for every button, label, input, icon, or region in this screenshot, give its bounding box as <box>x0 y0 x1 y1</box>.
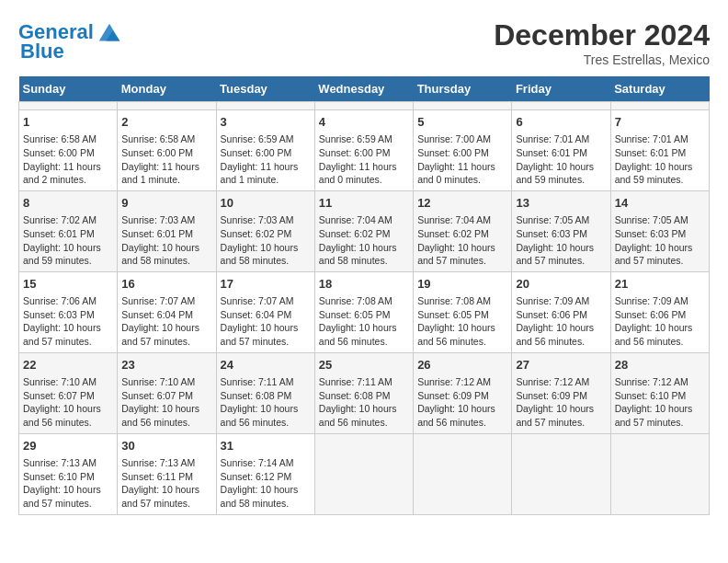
day-number: 17 <box>221 276 311 293</box>
day-info: Sunrise: 7:04 AM <box>319 213 409 227</box>
day-info: Daylight: 11 hours and 1 minute. <box>121 160 211 187</box>
calendar-week-row: 1Sunrise: 6:58 AMSunset: 6:00 PMDaylight… <box>19 110 710 191</box>
day-number: 14 <box>615 195 705 212</box>
calendar-cell: 7Sunrise: 7:01 AMSunset: 6:01 PMDaylight… <box>610 110 709 191</box>
day-info: Daylight: 10 hours and 56 minutes. <box>23 402 113 429</box>
day-info: Sunrise: 6:59 AM <box>319 132 409 146</box>
calendar-header-row: SundayMondayTuesdayWednesdayThursdayFrid… <box>19 76 710 102</box>
day-info: Daylight: 10 hours and 58 minutes. <box>121 241 211 268</box>
day-info: Sunset: 6:10 PM <box>23 470 113 484</box>
day-number: 1 <box>23 114 113 131</box>
calendar-week-row: 29Sunrise: 7:13 AMSunset: 6:10 PMDayligh… <box>19 433 710 514</box>
day-info: Sunrise: 7:05 AM <box>516 213 606 227</box>
day-info: Sunset: 6:12 PM <box>221 470 311 484</box>
logo: General Blue <box>18 18 123 63</box>
calendar-cell: 13Sunrise: 7:05 AMSunset: 6:03 PMDayligh… <box>512 190 610 271</box>
calendar-week-row: 22Sunrise: 7:10 AMSunset: 6:07 PMDayligh… <box>19 352 710 433</box>
day-info: Sunset: 6:00 PM <box>121 146 211 160</box>
day-info: Daylight: 10 hours and 57 minutes. <box>615 241 705 268</box>
day-number: 4 <box>319 114 409 131</box>
day-number: 20 <box>516 276 606 293</box>
day-info: Sunrise: 7:11 AM <box>319 375 409 389</box>
day-info: Daylight: 10 hours and 56 minutes. <box>221 402 311 429</box>
day-info: Sunrise: 7:12 AM <box>516 375 606 389</box>
day-info: Sunrise: 7:07 AM <box>121 294 211 308</box>
calendar-cell: 21Sunrise: 7:09 AMSunset: 6:06 PMDayligh… <box>610 271 709 352</box>
day-number: 11 <box>319 195 409 212</box>
day-info: Daylight: 10 hours and 57 minutes. <box>23 321 113 348</box>
day-info: Daylight: 10 hours and 56 minutes. <box>417 402 507 429</box>
day-info: Sunset: 6:01 PM <box>121 227 211 241</box>
calendar-cell: 8Sunrise: 7:02 AMSunset: 6:01 PMDaylight… <box>19 190 118 271</box>
day-info: Sunset: 6:02 PM <box>221 227 311 241</box>
day-info: Daylight: 10 hours and 57 minutes. <box>516 402 606 429</box>
day-info: Daylight: 10 hours and 57 minutes. <box>121 483 211 510</box>
calendar-header-saturday: Saturday <box>610 76 709 102</box>
day-info: Sunset: 6:09 PM <box>417 389 507 403</box>
calendar-cell <box>414 102 512 110</box>
day-info: Daylight: 10 hours and 56 minutes. <box>319 402 409 429</box>
day-info: Sunset: 6:03 PM <box>516 227 606 241</box>
day-number: 26 <box>417 357 507 373</box>
page-header: General Blue December 2024 Tres Estrella… <box>18 18 710 67</box>
day-info: Sunset: 6:06 PM <box>516 308 606 322</box>
day-info: Daylight: 10 hours and 58 minutes. <box>319 241 409 268</box>
day-info: Sunrise: 7:11 AM <box>221 375 311 389</box>
day-info: Daylight: 11 hours and 1 minute. <box>221 160 311 187</box>
day-info: Sunset: 6:00 PM <box>319 146 409 160</box>
calendar-header-wednesday: Wednesday <box>314 76 413 102</box>
day-number: 13 <box>516 195 606 212</box>
calendar-cell: 12Sunrise: 7:04 AMSunset: 6:02 PMDayligh… <box>414 190 512 271</box>
day-info: Sunset: 6:00 PM <box>417 146 507 160</box>
calendar-cell <box>314 433 413 514</box>
day-info: Sunrise: 7:07 AM <box>221 294 311 308</box>
calendar-cell: 3Sunrise: 6:59 AMSunset: 6:00 PMDaylight… <box>216 110 314 191</box>
day-info: Sunset: 6:11 PM <box>121 470 211 484</box>
calendar-header-tuesday: Tuesday <box>216 76 314 102</box>
day-info: Sunrise: 7:10 AM <box>23 375 113 389</box>
day-info: Daylight: 10 hours and 57 minutes. <box>121 321 211 348</box>
day-info: Sunrise: 6:59 AM <box>221 132 311 146</box>
calendar-cell <box>610 102 709 110</box>
day-info: Sunset: 6:08 PM <box>221 389 311 403</box>
day-info: Daylight: 10 hours and 57 minutes. <box>417 241 507 268</box>
day-number: 9 <box>121 195 211 212</box>
day-info: Daylight: 10 hours and 56 minutes. <box>615 321 705 348</box>
day-info: Daylight: 11 hours and 0 minutes. <box>319 160 409 187</box>
day-info: Sunrise: 7:04 AM <box>417 213 507 227</box>
calendar-cell <box>610 433 709 514</box>
day-info: Sunrise: 7:08 AM <box>417 294 507 308</box>
day-number: 16 <box>121 276 211 293</box>
day-info: Sunrise: 7:05 AM <box>615 213 705 227</box>
day-number: 10 <box>221 195 311 212</box>
day-number: 6 <box>516 114 606 131</box>
calendar-header-sunday: Sunday <box>19 76 118 102</box>
day-info: Sunrise: 7:02 AM <box>23 213 113 227</box>
day-number: 25 <box>319 357 409 373</box>
month-title: December 2024 <box>494 18 710 52</box>
day-number: 2 <box>121 114 211 131</box>
day-info: Sunrise: 7:14 AM <box>221 456 311 470</box>
day-info: Sunset: 6:01 PM <box>516 146 606 160</box>
day-number: 22 <box>23 357 113 373</box>
day-info: Sunset: 6:02 PM <box>319 227 409 241</box>
calendar-week-row: 8Sunrise: 7:02 AMSunset: 6:01 PMDaylight… <box>19 190 710 271</box>
calendar-cell: 17Sunrise: 7:07 AMSunset: 6:04 PMDayligh… <box>216 271 314 352</box>
day-info: Sunrise: 7:12 AM <box>417 375 507 389</box>
calendar-week-row: 15Sunrise: 7:06 AMSunset: 6:03 PMDayligh… <box>19 271 710 352</box>
day-info: Sunrise: 7:03 AM <box>221 213 311 227</box>
day-info: Daylight: 10 hours and 57 minutes. <box>23 483 113 510</box>
day-info: Sunrise: 7:09 AM <box>516 294 606 308</box>
calendar-cell: 6Sunrise: 7:01 AMSunset: 6:01 PMDaylight… <box>512 110 610 191</box>
day-info: Sunset: 6:04 PM <box>121 308 211 322</box>
day-info: Daylight: 10 hours and 57 minutes. <box>221 321 311 348</box>
day-info: Sunrise: 6:58 AM <box>121 132 211 146</box>
day-info: Sunrise: 7:09 AM <box>615 294 705 308</box>
day-info: Sunrise: 7:08 AM <box>319 294 409 308</box>
calendar-cell <box>118 102 216 110</box>
calendar-cell <box>216 102 314 110</box>
day-number: 12 <box>417 195 507 212</box>
day-number: 5 <box>417 114 507 131</box>
calendar-cell: 5Sunrise: 7:00 AMSunset: 6:00 PMDaylight… <box>414 110 512 191</box>
calendar-cell: 27Sunrise: 7:12 AMSunset: 6:09 PMDayligh… <box>512 352 610 433</box>
